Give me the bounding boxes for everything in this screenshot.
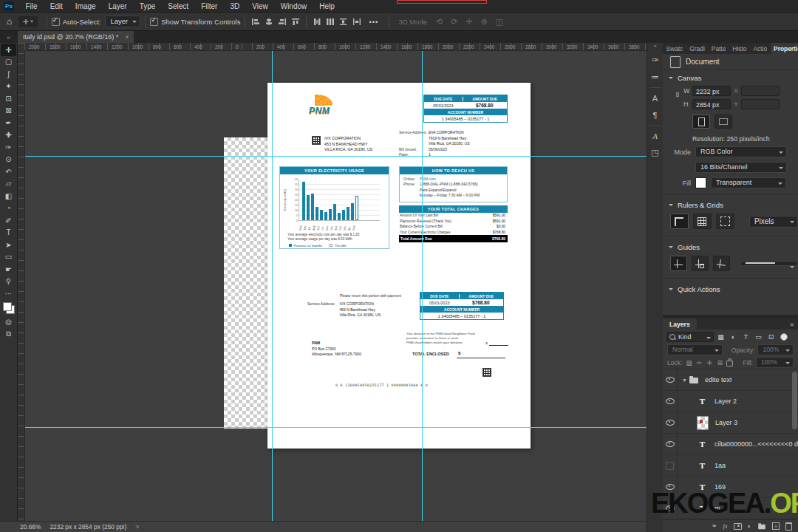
guides-section-header[interactable]: Guides — [663, 239, 798, 253]
menu-item-file[interactable]: File — [19, 0, 44, 13]
spot-healing-brush-tool-icon[interactable]: ✚ — [1, 129, 16, 142]
layer-row[interactable]: ▼edite text — [663, 369, 798, 391]
foreground-background-colors[interactable] — [3, 302, 15, 314]
lock-pixels-icon[interactable]: ✑ — [695, 359, 703, 366]
document-page[interactable]: PNM DUE DATE AMOUNT DUE 05/01/2023 $768.… — [267, 83, 531, 449]
tab-patte[interactable]: Patte — [708, 43, 729, 54]
type-tool-icon[interactable]: T — [1, 227, 16, 239]
eraser-tool-icon[interactable]: ▱ — [1, 178, 16, 191]
paragraph-panel-icon[interactable]: ¶ — [648, 106, 663, 123]
frame-tool-icon[interactable]: ⊠ — [1, 105, 16, 117]
visibility-eye-icon[interactable] — [663, 391, 678, 412]
layers-panel-menu-icon[interactable]: ≡ — [785, 318, 798, 330]
crop-tool-icon[interactable]: ⊡ — [1, 92, 16, 105]
lock-position-icon[interactable]: ✛ — [706, 359, 713, 366]
text-layer-thumbnail[interactable]: T — [697, 460, 708, 471]
blend-mode-dropdown[interactable]: Normal — [667, 344, 723, 355]
align-top-icon[interactable] — [291, 18, 300, 26]
home-icon[interactable]: ⌂ — [0, 16, 18, 27]
auto-select-target-dropdown[interactable]: Layer — [105, 16, 140, 27]
fill-swatch[interactable] — [695, 177, 706, 188]
rulers-grids-section-header[interactable]: Rulers & Grids — [663, 197, 798, 211]
landscape-orientation-button[interactable] — [715, 115, 732, 129]
visibility-hidden-box[interactable] — [663, 455, 678, 476]
menu-item-edit[interactable]: Edit — [44, 0, 69, 13]
vertical-guide[interactable] — [422, 50, 423, 521]
link-dimensions-icon[interactable]: ∞ — [674, 92, 682, 103]
filter-shape-layers-icon[interactable]: ▭ — [753, 332, 764, 341]
character-panel-icon[interactable]: A — [648, 89, 663, 106]
adjustment-layer-icon[interactable]: ◐ — [748, 522, 751, 530]
align-right-icon[interactable] — [278, 18, 287, 26]
toggle-pixel-grid-button[interactable] — [716, 214, 734, 229]
brush-settings-panel-icon[interactable]: ✑ — [648, 52, 663, 69]
path-selection-tool-icon[interactable]: ➤ — [1, 239, 16, 251]
more-options-icon[interactable]: ••• — [369, 18, 378, 26]
filter-type-layers-icon[interactable]: T — [740, 332, 751, 341]
menu-item-image[interactable]: Image — [69, 0, 102, 13]
layer-filter-toggle[interactable] — [780, 333, 788, 341]
distribute-heights-icon[interactable] — [339, 18, 348, 26]
tab-overflow-chevron[interactable]: » — [0, 34, 18, 43]
portrait-orientation-button[interactable] — [692, 115, 710, 129]
document-tab[interactable]: Italy id.psd @ 20.7% (RGB/16) * × — [18, 31, 134, 43]
tab-gradi[interactable]: Gradi — [686, 43, 708, 54]
menu-item-select[interactable]: Select — [162, 0, 195, 13]
align-left-icon[interactable] — [251, 18, 260, 26]
show-transform-checkbox[interactable]: Show Transform Controls — [150, 18, 240, 26]
new-group-icon[interactable] — [758, 525, 765, 529]
menu-item-help[interactable]: Help — [313, 0, 341, 13]
guide-style-dropdown[interactable] — [740, 261, 798, 266]
layer-name[interactable]: edite text — [705, 376, 732, 383]
hand-tool-icon[interactable]: ☛ — [1, 263, 16, 276]
horizontal-ruler[interactable]: 2000180016001400120010008006004002000200… — [24, 43, 647, 51]
add-mask-icon[interactable] — [734, 523, 742, 530]
delete-layer-icon[interactable] — [785, 522, 792, 531]
tab-histo[interactable]: Histo — [729, 43, 750, 54]
history-brush-tool-icon[interactable]: ↶ — [1, 166, 16, 178]
distribute-widths-icon[interactable] — [352, 18, 361, 26]
toggle-rulers-button[interactable] — [670, 214, 689, 229]
eyedropper-tool-icon[interactable]: ✒ — [1, 117, 16, 129]
toggle-smart-guides-button[interactable] — [692, 256, 709, 271]
screen-mode-tool-icon[interactable]: ⧉ — [1, 328, 16, 341]
align-center-horizontal-icon[interactable] — [265, 18, 273, 26]
quick-actions-section-header[interactable]: Quick Actions — [663, 282, 798, 296]
clone-stamp-tool-icon[interactable]: ⊙ — [1, 154, 16, 166]
toggle-grid-button[interactable] — [693, 214, 712, 229]
link-layers-icon[interactable]: ⚭ — [712, 522, 717, 530]
ruler-units-dropdown[interactable]: Pixels — [749, 216, 798, 228]
move-tool-icon[interactable]: ✛ — [1, 44, 16, 56]
visibility-eye-icon[interactable] — [663, 412, 678, 433]
gradient-tool-icon[interactable]: ◧ — [1, 190, 16, 202]
layer-name[interactable]: cilta0000000...<<<<<<<<0 d — [715, 440, 798, 448]
menu-item-window[interactable]: Window — [274, 0, 313, 13]
layer-name[interactable]: 1aa — [715, 462, 726, 469]
visibility-eye-icon[interactable] — [663, 369, 678, 390]
zoom-level-field[interactable]: 20.66% — [20, 523, 41, 531]
pen-tool-icon[interactable]: ✐ — [1, 214, 16, 227]
filter-pixel-layers-icon[interactable]: ▦ — [715, 332, 726, 341]
distribute-vertical-icon[interactable] — [313, 18, 321, 26]
rectangular-marquee-tool-icon[interactable]: ▢ — [1, 56, 16, 69]
layer-name[interactable]: Layer 3 — [715, 419, 737, 426]
fill-dropdown[interactable]: Transparent — [711, 177, 786, 188]
menu-item-view[interactable]: View — [246, 0, 275, 13]
bit-depth-dropdown[interactable]: 16 Bits/Channel — [695, 162, 787, 173]
lock-transparency-icon[interactable]: ▨ — [686, 359, 693, 366]
new-layer-icon[interactable]: + — [772, 522, 780, 530]
layer-name[interactable]: Layer 2 — [715, 398, 737, 405]
menu-item-layer[interactable]: Layer — [102, 0, 133, 13]
horizontal-guide[interactable] — [24, 156, 647, 157]
tab-properties[interactable]: Properties — [771, 43, 798, 54]
distribute-horizontal-icon[interactable] — [326, 18, 335, 26]
3d-panel-icon[interactable]: ◳ — [648, 144, 663, 161]
status-options-chevron[interactable]: > — [135, 523, 139, 531]
filter-kind-dropdown[interactable]: Kind — [666, 332, 714, 342]
filter-adjustment-layers-icon[interactable]: ◐ — [728, 332, 739, 341]
color-mode-dropdown[interactable]: RGB Color — [695, 146, 787, 157]
image-layer-thumbnail[interactable] — [697, 416, 709, 430]
canvas-pasteboard[interactable]: PNM DUE DATE AMOUNT DUE 05/01/2023 $768.… — [24, 50, 647, 521]
layer-row[interactable]: TLayer 2 — [663, 391, 798, 412]
visibility-eye-icon[interactable] — [663, 434, 678, 454]
